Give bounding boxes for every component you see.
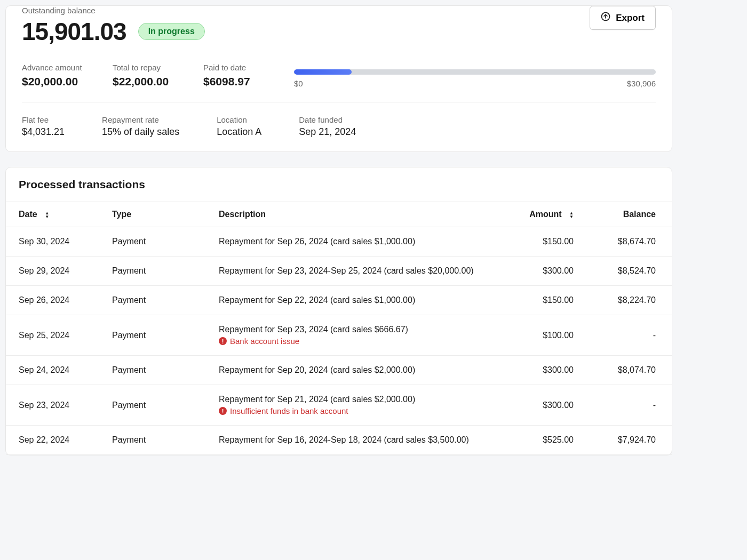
col-header-type[interactable]: Type [99,202,206,227]
table-row[interactable]: Sep 30, 2024PaymentRepayment for Sep 26,… [6,227,672,257]
total-to-repay-label: Total to repay [113,63,182,72]
cell-balance: - [586,385,672,426]
table-row[interactable]: Sep 24, 2024PaymentRepayment for Sep 20,… [6,356,672,385]
cell-type: Payment [99,257,206,286]
cell-date: Sep 24, 2024 [6,356,99,385]
repayment-rate-value: 15% of daily sales [102,126,179,138]
progress-min-label: $0 [294,79,303,88]
table-row[interactable]: Sep 25, 2024PaymentRepayment for Sep 23,… [6,315,672,356]
transactions-table: Date ▲▼ Type Description Amount ▲▼ Balan… [6,202,672,455]
cell-description: Repayment for Sep 16, 2024-Sep 18, 2024 … [206,426,512,455]
cell-amount: $525.00 [512,426,586,455]
col-header-amount[interactable]: Amount ▲▼ [512,202,586,227]
alert-icon: ! [219,337,227,345]
alert-icon: ! [219,407,227,415]
sort-icon: ▲▼ [45,211,49,219]
cell-description: Repayment for Sep 23, 2024 (card sales $… [206,315,512,356]
cell-description: Repayment for Sep 22, 2024 (card sales $… [206,286,512,315]
progress-max-label: $30,906 [627,79,656,88]
upload-icon [601,12,610,24]
cell-description: Repayment for Sep 21, 2024 (card sales $… [206,385,512,426]
cell-type: Payment [99,227,206,257]
flat-fee-label: Flat fee [22,115,65,124]
cell-amount: $150.00 [512,286,586,315]
paid-to-date-value: $6098.97 [203,75,273,88]
cell-date: Sep 22, 2024 [6,426,99,455]
total-to-repay-value: $22,000.00 [113,75,182,88]
cell-type: Payment [99,286,206,315]
cell-amount: $300.00 [512,356,586,385]
cell-description: Repayment for Sep 23, 2024-Sep 25, 2024 … [206,257,512,286]
export-button-label: Export [616,13,645,23]
cell-description: Repayment for Sep 26, 2024 (card sales $… [206,227,512,257]
outstanding-balance-label: Outstanding balance [22,6,205,15]
cell-balance: $8,524.70 [586,257,672,286]
cell-amount: $100.00 [512,315,586,356]
table-row[interactable]: Sep 23, 2024PaymentRepayment for Sep 21,… [6,385,672,426]
status-badge: In progress [138,23,205,40]
repayment-rate-label: Repayment rate [102,115,179,124]
cell-description: Repayment for Sep 20, 2024 (card sales $… [206,356,512,385]
transactions-title: Processed transactions [6,167,672,202]
col-header-description[interactable]: Description [206,202,512,227]
cell-type: Payment [99,315,206,356]
cell-amount: $300.00 [512,385,586,426]
date-funded-value: Sep 21, 2024 [299,126,356,138]
location-value: Location A [217,126,261,138]
date-funded-label: Date funded [299,115,356,124]
cell-date: Sep 25, 2024 [6,315,99,356]
col-header-balance[interactable]: Balance [586,202,672,227]
paid-to-date-label: Paid to date [203,63,273,72]
flat-fee-value: $4,031.21 [22,126,65,138]
cell-balance: $8,074.70 [586,356,672,385]
error-message: !Bank account issue [219,337,499,346]
progress-bar-fill [294,69,352,75]
col-header-date[interactable]: Date ▲▼ [6,202,99,227]
sort-icon: ▲▼ [569,211,574,219]
cell-amount: $150.00 [512,227,586,257]
outstanding-balance-value: 15,901.03 [22,17,126,46]
cell-amount: $300.00 [512,257,586,286]
table-row[interactable]: Sep 22, 2024PaymentRepayment for Sep 16,… [6,426,672,455]
table-row[interactable]: Sep 26, 2024PaymentRepayment for Sep 22,… [6,286,672,315]
cell-date: Sep 26, 2024 [6,286,99,315]
error-message: !Insufficient funds in bank account [219,406,499,415]
advance-amount-label: Advance amount [22,63,91,72]
cell-balance: $8,674.70 [586,227,672,257]
advance-amount-value: $20,000.00 [22,75,91,88]
progress-bar [294,69,656,75]
cell-date: Sep 23, 2024 [6,385,99,426]
cell-balance: - [586,315,672,356]
cell-type: Payment [99,385,206,426]
table-row[interactable]: Sep 29, 2024PaymentRepayment for Sep 23,… [6,257,672,286]
cell-balance: $7,924.70 [586,426,672,455]
location-label: Location [217,115,261,124]
cell-type: Payment [99,426,206,455]
cell-date: Sep 30, 2024 [6,227,99,257]
cell-balance: $8,224.70 [586,286,672,315]
cell-date: Sep 29, 2024 [6,257,99,286]
export-button[interactable]: Export [590,6,656,30]
cell-type: Payment [99,356,206,385]
